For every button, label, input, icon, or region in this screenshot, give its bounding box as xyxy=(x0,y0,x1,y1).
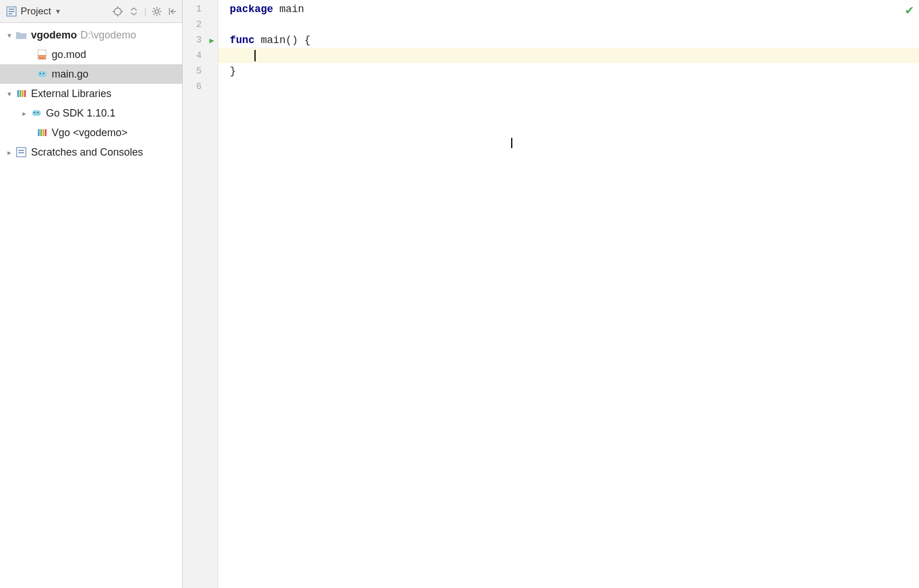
svg-line-15 xyxy=(159,13,161,15)
tree-file-main-go[interactable]: · main.go xyxy=(0,64,182,84)
tree-path: D:\vgodemo xyxy=(80,29,136,41)
sidebar-header: Project ▼ | xyxy=(0,0,182,23)
svg-rect-1 xyxy=(9,9,14,10)
svg-rect-2 xyxy=(9,11,14,12)
tree-label: Go SDK 1.10.1 xyxy=(46,107,115,119)
svg-rect-37 xyxy=(45,129,47,136)
go-file-icon xyxy=(30,107,43,119)
tree-external-libraries[interactable]: ▾ External Libraries xyxy=(0,84,182,103)
tree-go-sdk[interactable]: ▸ Go SDK 1.10.1 xyxy=(0,103,182,123)
svg-line-14 xyxy=(153,8,155,10)
svg-point-9 xyxy=(155,10,159,13)
svg-rect-36 xyxy=(43,129,44,136)
chevron-down-icon[interactable]: ▾ xyxy=(3,90,15,98)
sidebar-title: Project xyxy=(21,6,51,17)
svg-rect-28 xyxy=(22,90,24,97)
tree-vgo[interactable]: · Vgo <vgodemo> xyxy=(0,123,182,142)
code-line-current xyxy=(218,48,919,63)
svg-text:DTD: DTD xyxy=(38,55,46,59)
mouse-text-cursor xyxy=(511,138,512,148)
separator: | xyxy=(144,6,146,17)
dtd-file-icon: DTD xyxy=(36,48,48,61)
svg-rect-39 xyxy=(18,150,24,151)
target-icon[interactable] xyxy=(112,6,123,17)
code-line xyxy=(218,17,919,32)
folder-icon xyxy=(15,29,28,41)
run-gutter-icon[interactable]: ▶ xyxy=(210,35,214,45)
svg-rect-34 xyxy=(38,129,40,136)
tree-label: External Libraries xyxy=(31,88,111,100)
svg-rect-27 xyxy=(20,90,21,97)
svg-rect-3 xyxy=(9,13,12,14)
chevron-down-icon[interactable]: ▾ xyxy=(3,31,15,40)
line-number: 1 xyxy=(183,1,218,17)
chevron-down-icon: ▼ xyxy=(55,7,61,16)
tree-root-vgodemo[interactable]: ▾ vgodemo D:\vgodemo xyxy=(0,25,182,45)
svg-point-4 xyxy=(114,8,121,15)
line-number: 6 xyxy=(183,79,218,94)
editor[interactable]: 1 2 3 ▶ 4 5 6 package main func main() {… xyxy=(183,0,919,588)
code-line: package main xyxy=(218,1,919,17)
project-tree: ▾ vgodemo D:\vgodemo · DTD go.mod · xyxy=(0,23,182,164)
code-line: } xyxy=(218,63,919,79)
tree-label: Scratches and Consoles xyxy=(31,146,143,158)
go-file-icon xyxy=(36,68,48,80)
expand-all-icon[interactable] xyxy=(128,6,140,17)
svg-point-25 xyxy=(43,73,44,74)
svg-rect-26 xyxy=(17,90,19,97)
text-caret xyxy=(254,50,256,61)
scratches-icon xyxy=(15,146,28,158)
tree-label: go.mod xyxy=(52,49,86,61)
tree-file-go-mod[interactable]: · DTD go.mod xyxy=(0,45,182,64)
gutter: 1 2 3 ▶ 4 5 6 xyxy=(183,0,218,588)
tree-label: main.go xyxy=(52,68,88,80)
chevron-right-icon[interactable]: ▸ xyxy=(18,109,30,118)
chevron-right-icon[interactable]: ▸ xyxy=(3,148,15,157)
project-view-selector[interactable]: Project ▼ xyxy=(6,6,112,17)
svg-point-33 xyxy=(37,112,38,113)
svg-line-16 xyxy=(153,13,155,15)
svg-point-24 xyxy=(40,73,41,74)
code-line: func main() { xyxy=(218,32,919,48)
svg-rect-35 xyxy=(40,129,42,136)
tree-label: Vgo <vgodemo> xyxy=(52,127,128,139)
svg-point-32 xyxy=(34,112,35,113)
svg-rect-29 xyxy=(24,90,26,97)
library-icon xyxy=(36,126,48,139)
inspection-ok-icon[interactable]: ✔ xyxy=(905,3,914,17)
project-icon xyxy=(6,6,17,17)
gear-icon[interactable] xyxy=(151,6,163,17)
svg-rect-40 xyxy=(18,152,24,153)
library-icon xyxy=(15,87,28,100)
project-sidebar: Project ▼ | ▾ xyxy=(0,0,183,588)
code-area[interactable]: package main func main() { } xyxy=(218,0,919,588)
line-number: 4 xyxy=(183,48,218,63)
line-number: 3 ▶ xyxy=(183,32,218,48)
line-number: 2 xyxy=(183,17,218,32)
tree-scratches[interactable]: ▸ Scratches and Consoles xyxy=(0,142,182,162)
svg-line-17 xyxy=(159,8,161,10)
line-number: 5 xyxy=(183,63,218,79)
hide-icon[interactable] xyxy=(167,6,179,17)
code-line xyxy=(218,79,919,94)
tree-label: vgodemo xyxy=(31,29,77,41)
